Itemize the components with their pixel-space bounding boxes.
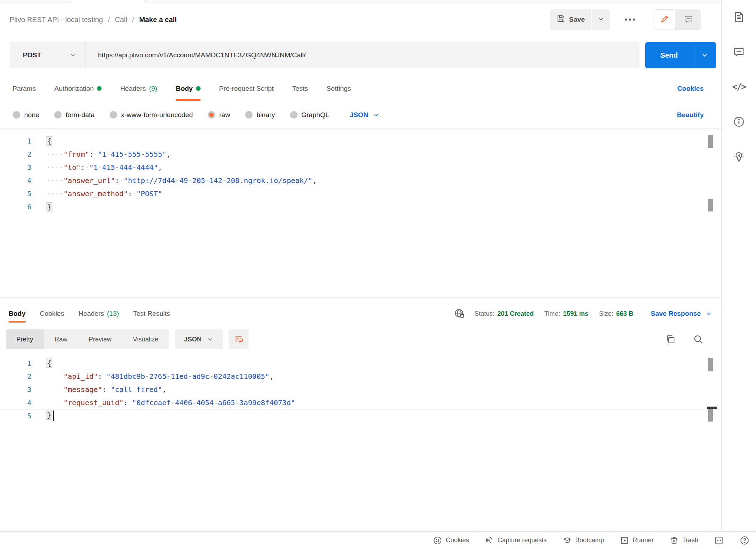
line-number: 6 bbox=[0, 203, 36, 211]
breadcrumb-folder[interactable]: Call bbox=[115, 16, 127, 24]
response-body-editor[interactable]: 1{2 "api_id": "481dbc9b-2765-11ed-ad9c-0… bbox=[0, 356, 721, 530]
radio-icon bbox=[110, 111, 117, 119]
runner-button[interactable]: Runner bbox=[620, 536, 654, 545]
breadcrumb: Plivo REST API - local testing / Call / … bbox=[10, 16, 177, 24]
body-type-graphql[interactable]: GraphQL bbox=[290, 111, 329, 119]
status-bar: Cookies Capture requests Bootcamp Runner… bbox=[0, 531, 756, 549]
breadcrumb-request-name[interactable]: Make a call bbox=[139, 16, 177, 24]
edit-mode-button[interactable] bbox=[653, 9, 676, 30]
code-snippet-icon[interactable]: </> bbox=[732, 80, 746, 94]
line-number: 2 bbox=[0, 150, 36, 158]
radio-label: raw bbox=[219, 111, 230, 119]
code-text: ····"answer_url":·"http://7d44-49-205-14… bbox=[36, 176, 317, 185]
response-tab-test-results[interactable]: Test Results bbox=[133, 303, 170, 325]
code-text: ····"from":·"1·415-555-5555", bbox=[36, 150, 171, 158]
time-value[interactable]: 1591 ms bbox=[563, 310, 588, 318]
line-number: 4 bbox=[0, 177, 36, 184]
response-tab-headers[interactable]: Headers(13) bbox=[78, 303, 119, 325]
method-select[interactable]: POST bbox=[10, 42, 86, 68]
view-mode-visualize[interactable]: Visualize bbox=[122, 329, 169, 349]
comments-icon[interactable] bbox=[732, 45, 746, 59]
chevron-down-icon bbox=[701, 51, 709, 59]
radio-icon bbox=[290, 111, 297, 119]
scrollbar-thumb[interactable] bbox=[708, 358, 713, 371]
url-input[interactable]: https://api.plivo.com/v1/Account/MAMDC1N… bbox=[86, 51, 640, 59]
bootcamp-button[interactable]: Bootcamp bbox=[563, 536, 604, 545]
tab-label: Headers bbox=[78, 310, 104, 318]
tab-tests[interactable]: Tests bbox=[292, 75, 308, 101]
line-number: 2 bbox=[0, 372, 36, 380]
copy-response-button[interactable] bbox=[665, 334, 676, 345]
code-line: 3 "message": "call fired", bbox=[0, 383, 721, 396]
view-mode-raw[interactable]: Raw bbox=[44, 329, 78, 349]
save-options-button[interactable] bbox=[592, 9, 610, 30]
tab-params[interactable]: Params bbox=[12, 75, 36, 101]
headers-count: (13) bbox=[107, 310, 119, 318]
radio-icon bbox=[245, 111, 253, 119]
radio-label: form-data bbox=[66, 111, 94, 119]
help-icon bbox=[740, 535, 750, 545]
capture-requests-button[interactable]: Capture requests bbox=[485, 536, 547, 545]
breadcrumb-collection[interactable]: Plivo REST API - local testing bbox=[10, 16, 103, 24]
body-type-binary[interactable]: binary bbox=[245, 111, 275, 119]
network-globe-lock-icon[interactable] bbox=[454, 308, 465, 319]
response-language-select[interactable]: JSON bbox=[175, 329, 223, 349]
code-line: 4 "request_uuid": "0dfceaef-4406-4054-a6… bbox=[0, 396, 721, 409]
trash-button[interactable]: Trash bbox=[669, 536, 698, 545]
tab-body[interactable]: Body bbox=[176, 75, 201, 101]
size-value[interactable]: 663 B bbox=[616, 310, 633, 318]
body-type-form-data[interactable]: form-data bbox=[54, 111, 94, 119]
help-button[interactable] bbox=[740, 535, 750, 545]
send-button[interactable]: Send bbox=[645, 42, 693, 68]
search-response-button[interactable] bbox=[693, 334, 704, 345]
comment-icon bbox=[684, 14, 693, 25]
body-type-x-www-form-urlencoded[interactable]: x-www-form-urlencoded bbox=[110, 111, 193, 119]
edit-comment-toggle bbox=[653, 9, 701, 30]
chevron-down-icon bbox=[597, 15, 605, 24]
panel-layout-button[interactable] bbox=[714, 535, 724, 545]
response-header-bar: Body Cookies Headers(13) Test Results St… bbox=[0, 303, 721, 325]
footer-label: Trash bbox=[682, 537, 698, 544]
line-number: 3 bbox=[0, 386, 36, 393]
tab-label: Pre-request Script bbox=[219, 85, 274, 93]
documentation-icon[interactable] bbox=[732, 10, 746, 24]
breadcrumb-separator: / bbox=[108, 16, 110, 24]
code-line: 6} bbox=[0, 200, 721, 213]
tab-pre-request-script[interactable]: Pre-request Script bbox=[219, 75, 274, 101]
beautify-link[interactable]: Beautify bbox=[677, 111, 704, 119]
body-type-none[interactable]: none bbox=[13, 111, 39, 119]
tab-settings[interactable]: Settings bbox=[326, 75, 351, 101]
status-value[interactable]: 201 Created bbox=[497, 310, 534, 318]
view-mode-pretty[interactable]: Pretty bbox=[6, 329, 44, 349]
save-response-button[interactable]: Save Response bbox=[651, 310, 713, 318]
scrollbar-marker[interactable] bbox=[708, 199, 713, 211]
response-tab-body[interactable]: Body bbox=[9, 303, 26, 325]
info-icon[interactable] bbox=[732, 115, 746, 129]
tab-headers[interactable]: Headers(9) bbox=[120, 75, 157, 101]
request-editor-lines: 1{2····"from":·"1·415-555-5555",3····"to… bbox=[0, 134, 721, 213]
url-bar: POST https://api.plivo.com/v1/Account/MA… bbox=[10, 42, 640, 68]
response-tab-cookies[interactable]: Cookies bbox=[40, 303, 64, 325]
wrap-text-button[interactable] bbox=[229, 329, 249, 349]
body-type-raw[interactable]: raw bbox=[208, 111, 230, 119]
scrollbar-marker[interactable] bbox=[708, 409, 713, 422]
scrollbar-thumb[interactable] bbox=[708, 135, 713, 148]
more-actions-button[interactable] bbox=[620, 9, 640, 30]
cookies-link[interactable]: Cookies bbox=[677, 85, 704, 93]
copy-icon bbox=[665, 334, 676, 345]
raw-language-select[interactable]: JSON bbox=[350, 111, 380, 119]
pane-splitter[interactable] bbox=[0, 297, 721, 302]
cookies-manager-button[interactable]: Cookies bbox=[433, 536, 469, 545]
tab-authorization[interactable]: Authorization bbox=[54, 75, 102, 101]
footer-label: Cookies bbox=[446, 537, 469, 544]
view-mode-preview[interactable]: Preview bbox=[78, 329, 122, 349]
code-text: { bbox=[36, 137, 52, 145]
changelog-bulb-icon[interactable] bbox=[732, 150, 746, 164]
language-label: JSON bbox=[350, 111, 368, 119]
save-label: Save bbox=[569, 16, 585, 23]
save-button[interactable]: Save bbox=[550, 9, 591, 30]
meta-divider bbox=[642, 306, 642, 321]
comments-button[interactable] bbox=[676, 9, 701, 30]
request-body-editor[interactable]: 1{2····"from":·"1·415-555-5555",3····"to… bbox=[0, 128, 721, 297]
send-options-button[interactable] bbox=[693, 42, 716, 68]
